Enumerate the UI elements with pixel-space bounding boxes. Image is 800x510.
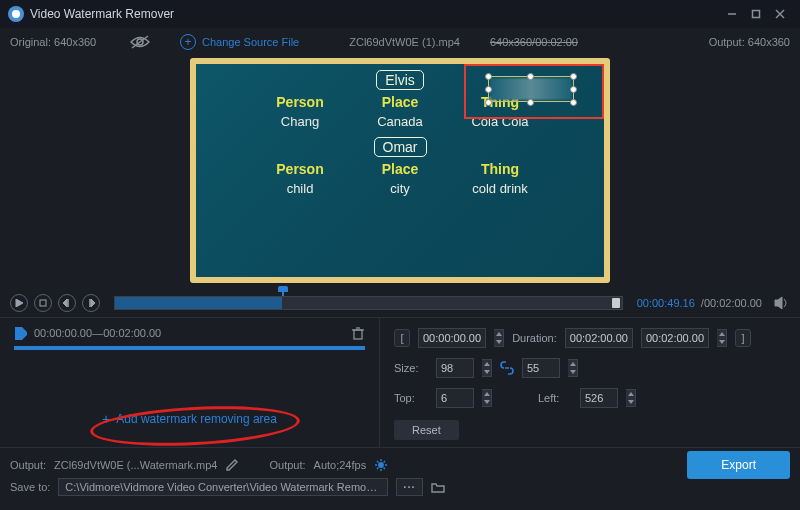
resize-handle[interactable] [527,73,534,80]
preview-val: Canada [350,114,450,129]
svg-marker-19 [719,332,725,336]
crop-start-spinner[interactable] [494,329,504,347]
preview-val: cold drink [450,181,550,196]
range-end-handle[interactable] [612,298,620,308]
segment-row: 00:00:00.00 — 00:02:00.00 [14,326,365,340]
left-spinner[interactable] [626,389,636,407]
step-back-button[interactable] [58,294,76,312]
browse-path-button[interactable]: ··· [396,478,422,496]
crop-start-input[interactable]: 00:00:00.00 [418,328,486,348]
timeline[interactable] [114,296,623,310]
svg-marker-21 [484,362,490,366]
duration-label: Duration: [512,332,557,344]
left-label: Left: [538,392,572,404]
top-input[interactable]: 6 [436,388,474,408]
svg-rect-14 [354,330,362,339]
source-filename: ZCl69dVtW0E (1).mp4 [349,36,460,48]
left-input[interactable]: 526 [580,388,618,408]
set-start-button[interactable]: [ [394,329,410,347]
open-folder-button[interactable] [431,480,445,494]
resize-handle[interactable] [570,86,577,93]
resize-handle[interactable] [527,99,534,106]
original-dims: 640x360 [54,36,96,48]
step-forward-button[interactable] [82,294,100,312]
svg-marker-20 [719,340,725,344]
titlebar: Video Watermark Remover [0,0,800,28]
output-settings-button[interactable] [374,458,388,472]
crop-duration-input[interactable]: 00:02:00.00 [565,328,633,348]
svg-marker-22 [484,370,490,374]
app-logo-icon [8,6,24,22]
svg-marker-24 [570,370,576,374]
segment-end: 00:02:00.00 [103,327,161,339]
svg-marker-9 [63,299,67,307]
svg-rect-2 [753,11,760,18]
save-to-label: Save to: [10,481,50,493]
export-button[interactable]: Export [687,451,790,479]
preview-header-person: Person [250,161,350,177]
output-preset-value: Auto;24fps [314,459,367,471]
footer: Output: ZCl69dVtW0E (...Watermark.mp4 Ou… [0,447,800,504]
preview-val: child [250,181,350,196]
video-preview[interactable]: Elvis Person Place Thing Chang Canada Co… [190,58,610,283]
crop-panel: [ 00:00:00.00 Duration:00:02:00.00 00:02… [380,318,800,447]
link-aspect-icon[interactable] [500,361,514,375]
output-file-label: Output: [10,459,46,471]
crop-end-spinner[interactable] [717,329,727,347]
svg-marker-25 [484,392,490,396]
output-dims: 640x360 [748,36,790,48]
preview-header-person: Person [250,94,350,110]
svg-marker-7 [16,299,23,307]
svg-marker-27 [628,392,634,396]
segment-sep: — [92,327,103,339]
volume-icon[interactable] [774,295,790,311]
maximize-button[interactable] [744,4,768,24]
rename-output-button[interactable] [225,458,239,472]
svg-marker-26 [484,400,490,404]
plus-icon: + [102,412,110,426]
resize-handle[interactable] [570,99,577,106]
delete-segment-button[interactable] [351,326,365,340]
preview-header-place: Place [350,161,450,177]
watermark-selection[interactable] [464,64,604,119]
add-watermark-area-button[interactable]: + Add watermark removing area [85,405,294,433]
svg-marker-28 [628,400,634,404]
set-end-button[interactable]: ] [735,329,751,347]
svg-marker-18 [496,340,502,344]
top-spinner[interactable] [482,389,492,407]
stop-button[interactable] [34,294,52,312]
close-button[interactable] [768,4,792,24]
segment-panel: 00:00:00.00 — 00:02:00.00 + Add watermar… [0,318,380,447]
save-path[interactable]: C:\Vidmore\Vidmore Video Converter\Video… [58,478,388,496]
segment-bar[interactable] [14,346,365,350]
resize-handle[interactable] [485,73,492,80]
crop-end-input[interactable]: 00:02:00.00 [641,328,709,348]
size-height-input[interactable]: 55 [522,358,560,378]
change-source-button[interactable]: + Change Source File [180,34,299,50]
minimize-button[interactable] [720,4,744,24]
preview-val: city [350,181,450,196]
plus-icon: + [180,34,196,50]
size-height-spinner[interactable] [568,359,578,377]
preview-header-thing: Thing [450,161,550,177]
svg-marker-13 [775,297,782,309]
segment-start: 00:00:00.00 [34,327,92,339]
size-width-spinner[interactable] [482,359,492,377]
tag-icon [14,326,28,340]
resize-handle[interactable] [570,73,577,80]
transport-bar: 00:00:49.16/00:02:00.00 [0,289,800,317]
source-dims-strike: 640x360/00:02:00 [490,36,578,48]
preview-header-place: Place [350,94,450,110]
size-width-input[interactable]: 98 [436,358,474,378]
top-label: Top: [394,392,428,404]
svg-marker-12 [91,299,95,307]
preview-toggle-icon[interactable] [130,35,150,49]
reset-button[interactable]: Reset [394,420,459,440]
resize-handle[interactable] [485,86,492,93]
play-button[interactable] [10,294,28,312]
playhead-icon[interactable] [282,292,284,296]
output-file-name: ZCl69dVtW0E (...Watermark.mp4 [54,459,217,471]
info-bar: Original: 640x360 + Change Source File Z… [0,28,800,56]
output-dims-label: Output: 640x360 [709,36,790,48]
resize-handle[interactable] [485,99,492,106]
